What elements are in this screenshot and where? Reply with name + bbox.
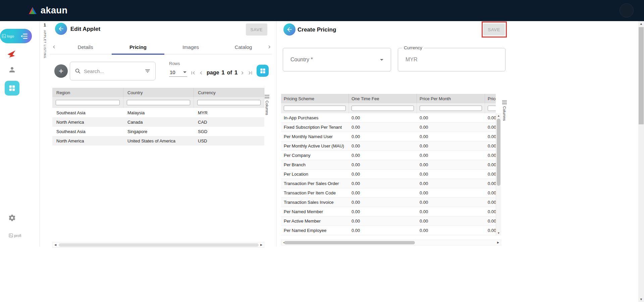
- scroll-right-icon[interactable]: ▶: [495, 240, 501, 245]
- scroll-right-icon[interactable]: ▶: [259, 242, 264, 247]
- filter-icon[interactable]: [145, 68, 151, 74]
- tab-details[interactable]: Details: [59, 40, 112, 54]
- tab-pricing[interactable]: Pricing: [112, 40, 164, 54]
- table-row[interactable]: Per Monthly Named User 0.00 0.00 0.00: [281, 132, 496, 141]
- page-title: Edit Applet: [70, 26, 100, 33]
- back-button[interactable]: [283, 23, 296, 36]
- scroll-left-icon[interactable]: ◀: [53, 242, 58, 247]
- table-row[interactable]: Transaction Sales Invoice 0.00 0.00 0.00: [281, 198, 496, 207]
- column-header[interactable]: Country: [123, 88, 194, 97]
- table-row[interactable]: Per Active Member 0.00 0.00 0.00: [281, 217, 496, 226]
- arrow-back-icon: [58, 25, 64, 32]
- table-vertical-scrollbar[interactable]: ▲ ▼: [496, 113, 501, 235]
- table-row[interactable]: Per Branch 0.00 0.00 0.00: [281, 160, 496, 170]
- sidebar-item-applets-active[interactable]: [5, 81, 19, 96]
- page-vertical-scrollbar[interactable]: ▲ ▼: [638, 21, 644, 302]
- table-row[interactable]: Per Named Member 0.00 0.00 0.00: [281, 207, 496, 217]
- sidebar-item-user-icon[interactable]: [8, 66, 16, 74]
- price-col4-filter-input[interactable]: [488, 106, 496, 111]
- filter-cell: [194, 97, 264, 108]
- price-per-month-filter-input[interactable]: [420, 106, 482, 111]
- cell-price-col4: 0.00: [485, 198, 496, 207]
- table-row[interactable]: Per Named Employee 0.00 0.00 0.00: [281, 226, 496, 235]
- country-select[interactable]: Country *: [283, 48, 391, 71]
- last-page-icon[interactable]: [247, 70, 254, 76]
- page-scrollbar-thumb[interactable]: [639, 27, 644, 124]
- layout-grid-button[interactable]: [257, 65, 269, 77]
- table-row[interactable]: Fixed Subscription Per Tenant 0.00 0.00 …: [281, 123, 496, 132]
- cell-pricing-scheme: Transaction Per Item Code: [281, 188, 349, 197]
- columns-picker[interactable]: Columns: [265, 95, 269, 115]
- cell-pricing-scheme: Transaction Sales Invoice: [281, 198, 349, 207]
- cell-price-per-month: 0.00: [417, 188, 485, 197]
- applet-tab-number[interactable]: 1: [40, 23, 50, 27]
- table-row[interactable]: Per Location 0.00 0.00 0.00: [281, 170, 496, 179]
- menu-collapse-icon: [20, 33, 28, 39]
- rows-per-page-select[interactable]: 10: [169, 68, 187, 77]
- horizontal-scrollbar-thumb[interactable]: [284, 241, 415, 244]
- table-row[interactable]: Transaction Per Sales Order 0.00 0.00 0.…: [281, 179, 496, 188]
- table-row[interactable]: In-App Purchases 0.00 0.00 0.00: [281, 113, 496, 123]
- table-horizontal-scrollbar[interactable]: ◀ ▶: [52, 242, 264, 248]
- tabs-scroll-right-icon[interactable]: [266, 44, 272, 50]
- column-header[interactable]: Price Pe: [485, 94, 496, 103]
- filter-cell: [281, 103, 349, 113]
- table-row[interactable]: Transaction Per Item Code 0.00 0.00 0.00: [281, 188, 496, 198]
- pricing-scheme-filter-input[interactable]: [284, 106, 346, 111]
- table-row[interactable]: Southeast Asia Singapore SGD: [52, 127, 264, 136]
- brand-logo[interactable]: akaun: [28, 5, 68, 16]
- column-header[interactable]: Region: [52, 88, 123, 97]
- back-button[interactable]: [55, 23, 67, 35]
- sidebar-menu-toggle[interactable]: logo: [0, 29, 32, 43]
- broken-image-icon: [2, 34, 6, 38]
- next-page-icon[interactable]: [239, 70, 246, 76]
- applet-listing-strip[interactable]: 1 APPLET LISTING: [40, 21, 50, 247]
- table-row[interactable]: North America United States of America U…: [52, 136, 264, 145]
- column-header[interactable]: Currency: [194, 88, 264, 97]
- table-row[interactable]: Southeast Asia Malaysia MYR: [52, 108, 264, 117]
- first-page-icon[interactable]: [190, 70, 196, 76]
- scroll-up-icon[interactable]: ▲: [638, 21, 644, 26]
- country-filter-input[interactable]: [127, 100, 190, 105]
- scroll-down-icon[interactable]: ▼: [496, 231, 501, 235]
- tab-images[interactable]: Images: [164, 40, 217, 54]
- save-button[interactable]: SAVE: [246, 23, 267, 36]
- save-button[interactable]: SAVE: [483, 23, 505, 36]
- cell-pricing-scheme: Per Active Member: [281, 217, 349, 226]
- search-input[interactable]: [84, 68, 142, 74]
- filter-cell: [485, 103, 496, 113]
- column-header[interactable]: One Time Fee: [349, 94, 417, 103]
- chevron-down-icon: [380, 59, 383, 61]
- region-filter-input[interactable]: [56, 100, 120, 105]
- sidebar-settings-gear-icon[interactable]: [8, 214, 16, 222]
- table-row[interactable]: Per Company 0.00 0.00 0.00: [281, 151, 496, 160]
- column-header[interactable]: Price Per Month: [417, 94, 485, 103]
- table-row[interactable]: Per Monthly Active User (MAU) 0.00 0.00 …: [281, 141, 496, 151]
- sidebar-profile-broken-image[interactable]: profi: [9, 233, 21, 238]
- cell-price-per-month: 0.00: [417, 151, 485, 160]
- column-header[interactable]: Pricing Scheme: [281, 94, 349, 103]
- cell-country: Singapore: [123, 127, 194, 136]
- table-horizontal-scrollbar[interactable]: ◀ ▶: [281, 240, 501, 245]
- filter-cell: [123, 97, 194, 108]
- cell-price-col4: 0.00: [485, 179, 496, 188]
- vertical-scrollbar-thumb[interactable]: [497, 119, 500, 186]
- scroll-down-icon[interactable]: ▼: [638, 297, 644, 302]
- cell-one-time-fee: 0.00: [349, 198, 417, 207]
- columns-picker[interactable]: Columns: [502, 101, 507, 121]
- previous-page-icon[interactable]: [198, 70, 204, 76]
- sidebar-item-applet-logo-icon[interactable]: [7, 50, 16, 58]
- tabs-scroll-left-icon[interactable]: [51, 44, 57, 50]
- horizontal-scrollbar-thumb[interactable]: [59, 243, 259, 247]
- user-avatar[interactable]: [620, 3, 634, 17]
- add-pricing-button[interactable]: +: [54, 64, 68, 78]
- currency-filter-input[interactable]: [197, 100, 261, 105]
- tab-catalog[interactable]: Catalog: [217, 40, 270, 54]
- cell-region: North America: [52, 136, 123, 145]
- currency-input[interactable]: [406, 49, 496, 71]
- sidebar-logo-broken-image: logo: [2, 34, 14, 38]
- scroll-up-icon[interactable]: ▲: [496, 113, 501, 118]
- table-row[interactable]: North America Canada CAD: [52, 117, 264, 127]
- table-filter-row: [52, 97, 264, 108]
- one-time-fee-filter-input[interactable]: [352, 106, 414, 111]
